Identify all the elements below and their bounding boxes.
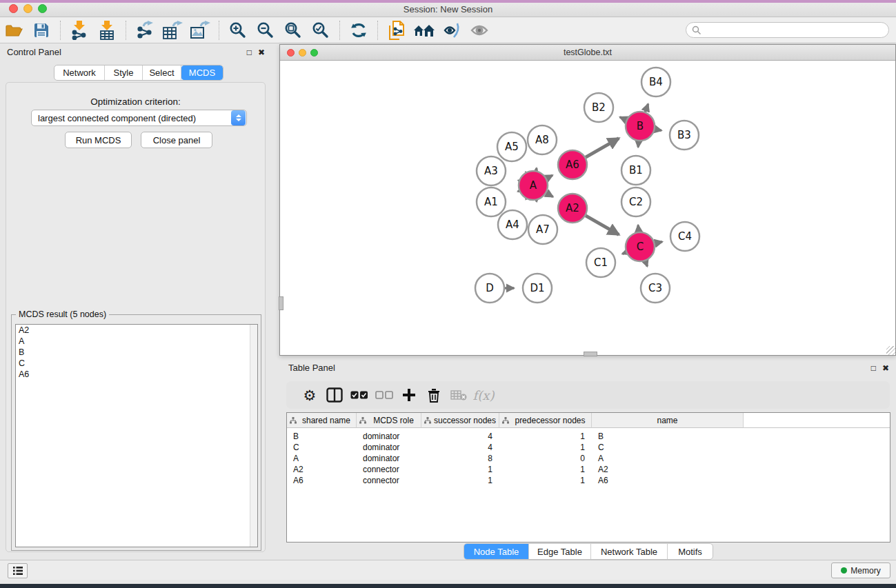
search-field[interactable]: [686, 22, 889, 38]
tab-node-table[interactable]: Node Table: [464, 544, 529, 559]
tab-edge-table[interactable]: Edge Table: [529, 544, 591, 559]
table-cell[interactable]: A2: [287, 465, 357, 474]
table-cell[interactable]: A: [592, 454, 744, 463]
column-header-name[interactable]: name: [592, 413, 744, 428]
tab-network[interactable]: Network: [54, 65, 105, 80]
delete-table-icon[interactable]: [446, 385, 471, 405]
table-cell[interactable]: 1: [421, 476, 499, 485]
table-cell[interactable]: 0: [499, 454, 592, 463]
network-canvas[interactable]: B4B2BB3A8A5A6B1A3AA1C2A2A4A7C4CC1C3DD1: [280, 61, 895, 355]
network-resize-grip[interactable]: [886, 346, 895, 355]
mcds-result-list[interactable]: A2ABCA6: [15, 324, 258, 547]
import-table-icon[interactable]: [95, 20, 119, 41]
select-all-rows-icon[interactable]: [347, 385, 372, 405]
column-header-mcds-role[interactable]: MCDS role: [357, 413, 421, 428]
apply-function-icon[interactable]: f(x): [471, 385, 496, 405]
zoom-out-icon[interactable]: [254, 20, 277, 41]
table-cell[interactable]: dominator: [357, 454, 421, 463]
float-table-panel-icon[interactable]: □: [871, 363, 876, 373]
table-cell[interactable]: dominator: [357, 443, 421, 452]
delete-column-icon[interactable]: [421, 385, 446, 405]
graph-edge[interactable]: [546, 193, 553, 197]
tab-network-table[interactable]: Network Table: [591, 544, 668, 559]
result-item[interactable]: A2: [16, 325, 257, 336]
table-cell[interactable]: 1: [499, 432, 592, 441]
show-column-panel-icon[interactable]: [322, 385, 347, 405]
table-cell[interactable]: 1: [499, 476, 592, 485]
table-cell[interactable]: 1: [499, 465, 592, 474]
tab-style[interactable]: Style: [105, 65, 143, 80]
network-scroll-handle-left[interactable]: [279, 296, 283, 310]
table-cell[interactable]: 4: [421, 443, 499, 452]
graph-edge[interactable]: [638, 225, 639, 232]
tab-select[interactable]: Select: [143, 65, 181, 80]
table-cell[interactable]: 1: [499, 443, 592, 452]
graph-edge[interactable]: [646, 261, 648, 267]
table-cell[interactable]: connector: [357, 476, 421, 485]
table-cell[interactable]: B: [287, 432, 357, 441]
table-cell[interactable]: 4: [421, 432, 499, 441]
graph-edge[interactable]: [586, 139, 619, 157]
table-row[interactable]: Adominator80A: [287, 453, 890, 464]
run-mcds-button[interactable]: Run MCDS: [65, 132, 132, 148]
tab-motifs[interactable]: Motifs: [668, 544, 713, 559]
table-cell[interactable]: 1: [421, 465, 499, 474]
show-graphics-details-icon[interactable]: [468, 20, 491, 41]
column-header-shared-name[interactable]: shared name: [287, 413, 357, 428]
table-row[interactable]: Bdominator41B: [287, 431, 890, 442]
network-scroll-handle-bottom[interactable]: [584, 352, 597, 356]
criterion-select[interactable]: largest connected component (directed): [31, 110, 247, 126]
result-item[interactable]: A6: [16, 369, 257, 380]
column-header-successor-nodes[interactable]: successor nodes: [421, 413, 499, 428]
network-graph[interactable]: B4B2BB3A8A5A6B1A3AA1C2A2A4A7C4CC1C3DD1: [280, 61, 895, 355]
table-cell[interactable]: connector: [357, 465, 421, 474]
table-cell[interactable]: A2: [592, 465, 744, 474]
export-table-icon[interactable]: [161, 20, 184, 41]
graph-edge[interactable]: [518, 191, 519, 192]
zoom-selected-icon[interactable]: [309, 20, 332, 41]
table-row[interactable]: A2connector11A2: [287, 464, 890, 475]
zoom-in-icon[interactable]: [226, 20, 250, 41]
save-session-icon[interactable]: [30, 20, 53, 41]
export-network-icon[interactable]: [133, 20, 157, 41]
float-panel-icon[interactable]: □: [247, 48, 252, 57]
table-row[interactable]: A6connector11A6: [287, 475, 890, 486]
network-window-titlebar[interactable]: testGlobe.txt: [280, 45, 895, 61]
result-item[interactable]: A: [16, 336, 257, 347]
graph-edge[interactable]: [546, 175, 552, 179]
import-network-icon[interactable]: [68, 20, 91, 41]
table-cell[interactable]: A6: [287, 476, 357, 485]
table-cell[interactable]: C: [287, 443, 357, 452]
table-cell[interactable]: A6: [592, 476, 744, 485]
show-panels-button[interactable]: [8, 563, 28, 578]
graph-edge[interactable]: [655, 129, 661, 130]
close-panel-button[interactable]: Close panel: [141, 132, 212, 148]
result-item[interactable]: B: [16, 347, 257, 358]
clone-network-icon[interactable]: [385, 20, 408, 41]
graph-edge[interactable]: [620, 117, 626, 120]
graph-edge[interactable]: [536, 168, 537, 170]
table-cell[interactable]: dominator: [357, 432, 421, 441]
table-row[interactable]: Cdominator41C: [287, 442, 890, 453]
close-panel-icon[interactable]: ✖: [258, 48, 265, 57]
refresh-view-icon[interactable]: [347, 20, 370, 41]
column-header-predecessor-nodes[interactable]: predecessor nodes: [499, 413, 592, 428]
table-cell[interactable]: 8: [421, 454, 499, 463]
zoom-fit-icon[interactable]: [281, 20, 305, 41]
graph-edge[interactable]: [622, 252, 626, 254]
hide-graphics-details-icon[interactable]: [440, 20, 464, 41]
search-input[interactable]: [701, 24, 888, 37]
memory-button[interactable]: Memory: [831, 562, 890, 578]
settings-icon[interactable]: ⚙: [297, 385, 322, 405]
export-image-icon[interactable]: [188, 20, 212, 41]
tab-mcds[interactable]: MCDS: [181, 65, 223, 80]
table-cell[interactable]: B: [592, 432, 744, 441]
deselect-all-rows-icon[interactable]: [372, 385, 397, 405]
graph-edge[interactable]: [645, 104, 648, 112]
open-session-icon[interactable]: [2, 20, 26, 41]
graph-edge[interactable]: [655, 242, 662, 243]
result-item[interactable]: C: [16, 358, 257, 369]
graph-edge[interactable]: [586, 216, 619, 234]
graph-edge[interactable]: [638, 141, 639, 147]
table-cell[interactable]: A: [287, 454, 357, 463]
